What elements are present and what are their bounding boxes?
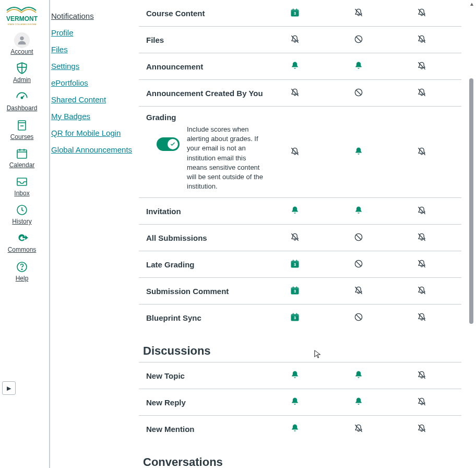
svg-text:3: 3: [294, 262, 296, 267]
svg-rect-43: [293, 260, 294, 262]
table-row: Blueprint Sync3: [139, 305, 461, 331]
row-label: New Topic: [139, 362, 271, 389]
nav-history[interactable]: History: [0, 199, 44, 227]
tab-profile[interactable]: Profile: [51, 28, 74, 37]
blocked-icon[interactable]: [352, 33, 365, 45]
nav-admin[interactable]: Admin: [0, 57, 44, 86]
table-row: All Submissions: [139, 225, 461, 251]
bell-off-icon[interactable]: [289, 33, 301, 45]
bell-off-icon[interactable]: [415, 311, 428, 323]
bell-on-icon[interactable]: [289, 422, 301, 435]
logo: VERMONT STATE COLLEGES SYSTEM: [3, 3, 41, 29]
collapse-toggle[interactable]: ▶: [2, 381, 16, 395]
row-label: Blueprint Sync: [139, 305, 271, 331]
calendar-daily-icon[interactable]: 3: [289, 284, 301, 297]
bell-off-icon[interactable]: [415, 60, 428, 72]
svg-rect-58: [293, 313, 294, 315]
help-icon: [14, 259, 30, 275]
clock-icon: [14, 202, 30, 218]
tab-notifications[interactable]: Notifications: [51, 11, 94, 20]
tab-files[interactable]: Files: [51, 45, 68, 54]
row-label: Submission Comment: [139, 278, 271, 305]
nav-commons-label: Commons: [8, 247, 37, 253]
row-label: Invitation: [139, 198, 271, 225]
bell-off-icon[interactable]: [415, 395, 428, 408]
row-label: Course Content: [139, 0, 271, 27]
table-row: Late Grading3: [139, 251, 461, 278]
bell-on-icon[interactable]: [289, 395, 301, 408]
bell-off-icon[interactable]: [352, 6, 365, 19]
blocked-icon[interactable]: [352, 86, 365, 99]
row-label: New Reply: [139, 389, 271, 416]
nav-commons[interactable]: Commons: [0, 227, 44, 255]
bell-off-icon[interactable]: [289, 145, 301, 158]
bell-on-icon[interactable]: [352, 145, 365, 158]
blocked-icon[interactable]: [352, 231, 365, 243]
bell-off-icon[interactable]: [415, 204, 428, 217]
section-title: Discussions: [143, 344, 461, 358]
grading-description: Include scores when alerting about grade…: [187, 125, 268, 191]
bell-on-icon[interactable]: [289, 204, 301, 217]
bell-off-icon[interactable]: [415, 145, 428, 158]
table-row: GradingInclude scores when alerting abou…: [139, 107, 461, 198]
include-scores-toggle[interactable]: [157, 137, 180, 151]
nav-account[interactable]: Account: [0, 29, 44, 57]
inbox-icon: [14, 174, 30, 190]
shield-icon: [14, 61, 30, 76]
svg-line-27: [356, 37, 361, 41]
bell-off-icon[interactable]: [352, 422, 365, 435]
nav-history-label: History: [12, 218, 31, 225]
calendar-daily-icon[interactable]: 3: [289, 6, 301, 19]
blocked-icon[interactable]: [352, 311, 365, 323]
bell-off-icon[interactable]: [415, 33, 428, 45]
bell-on-icon[interactable]: [352, 369, 365, 381]
bell-off-icon[interactable]: [415, 6, 428, 19]
tab-shared-content[interactable]: Shared Content: [51, 95, 106, 104]
calendar-daily-icon[interactable]: 3: [289, 311, 301, 323]
bell-off-icon[interactable]: [289, 86, 301, 99]
bell-off-icon[interactable]: [415, 422, 428, 435]
notification-table: Course Content3FilesAnnouncementAnnounce…: [139, 0, 461, 468]
calendar-daily-icon[interactable]: 3: [289, 258, 301, 270]
tab-eportfolios[interactable]: ePortfolios: [51, 78, 88, 87]
svg-rect-59: [296, 313, 298, 315]
svg-rect-20: [293, 9, 294, 10]
bell-off-icon[interactable]: [415, 231, 428, 243]
nav-courses[interactable]: Courses: [0, 114, 44, 143]
nav-calendar[interactable]: Calendar: [0, 143, 44, 171]
blocked-icon[interactable]: [352, 258, 365, 270]
table-row: Invitation: [139, 198, 461, 225]
svg-rect-44: [296, 260, 298, 262]
svg-line-39: [356, 235, 361, 240]
bell-off-icon[interactable]: [289, 231, 301, 243]
bell-on-icon[interactable]: [352, 204, 365, 217]
bell-off-icon[interactable]: [415, 258, 428, 270]
table-row: New Mention: [139, 416, 461, 442]
bell-on-icon[interactable]: [289, 60, 301, 72]
table-row: New Reply: [139, 389, 461, 416]
tab-settings[interactable]: Settings: [51, 62, 79, 71]
tab-global-announcements[interactable]: Global Announcements: [51, 145, 132, 154]
tab-qr[interactable]: QR for Mobile Login: [51, 128, 121, 137]
nav-help-label: Help: [16, 275, 29, 282]
scrollbar[interactable]: ▲: [468, 0, 475, 468]
row-label: GradingInclude scores when alerting abou…: [139, 107, 271, 198]
scroll-up-icon: ▲: [469, 1, 474, 7]
svg-rect-21: [296, 9, 298, 10]
bell-off-icon[interactable]: [415, 284, 428, 297]
tab-my-badges[interactable]: My Badges: [51, 112, 90, 121]
bell-off-icon[interactable]: [415, 369, 428, 381]
nav-inbox[interactable]: Inbox: [0, 171, 44, 199]
global-nav: VERMONT STATE COLLEGES SYSTEM Account Ad…: [0, 0, 44, 468]
svg-rect-5: [18, 121, 26, 130]
nav-help[interactable]: Help: [0, 256, 44, 284]
bell-on-icon[interactable]: [289, 369, 301, 381]
bell-on-icon[interactable]: [352, 60, 365, 72]
nav-admin-label: Admin: [13, 77, 31, 84]
bell-on-icon[interactable]: [352, 395, 365, 408]
chevron-right-icon: ▶: [7, 385, 11, 392]
bell-off-icon[interactable]: [415, 86, 428, 99]
nav-dashboard[interactable]: Dashboard: [0, 86, 44, 114]
bell-off-icon[interactable]: [352, 284, 365, 297]
scrollbar-thumb[interactable]: [469, 78, 473, 324]
